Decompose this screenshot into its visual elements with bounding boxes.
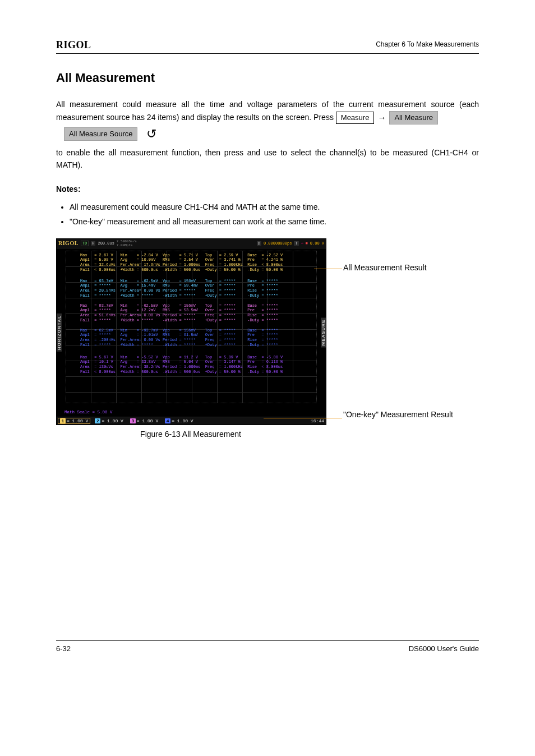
softkey-all-measure-source: All Measure Source: [64, 127, 137, 141]
grid: [66, 251, 317, 403]
srate-top: 2.500GSa/s: [117, 239, 137, 243]
callout-line: [264, 418, 342, 418]
horizontal-scale: 200.0us: [98, 241, 114, 246]
callout-line: [314, 269, 342, 269]
hardkey-measure: Measure: [336, 112, 375, 124]
measure-row: Ampl = 5.08 V Avg = 10.0mV RMS = 2.54 V …: [80, 257, 313, 262]
channel-tab-1[interactable]: 1 = 1.00 V: [58, 418, 90, 423]
measure-row: Ampl = ***** Avg = -1.01mV RMS = 61.5mV …: [80, 333, 313, 338]
h-icon: H: [91, 241, 95, 246]
header-rule: [56, 53, 479, 54]
channel-num: 2: [95, 418, 100, 423]
measure-row: Max = 2.67 V Min = -2.84 V Vpp = 5.71 V …: [80, 253, 313, 258]
channel-scale: = 1.00 V: [102, 418, 123, 423]
measure-row: Area = 32.6uVs Per.Area= 17.9nVs Period …: [80, 262, 313, 268]
notes-list: All measurement could measure CH1-CH4 an…: [56, 201, 479, 228]
scope-clock: 16:44: [311, 418, 324, 423]
notes-heading: Notes:: [56, 185, 479, 193]
section-title: All Measurement: [56, 71, 479, 85]
measure-row: Max = 5.67 V Min = -5.52 V Vpp = 11.2 V …: [80, 355, 313, 360]
srate-bot: 7.00Mpts: [117, 243, 133, 247]
measure-row: Area = 51.6nVs Per.Area= 0.00 Vs Period …: [80, 313, 313, 318]
channel-tab-2[interactable]: 2 = 1.00 V: [93, 418, 124, 423]
sample-rate: 2.500GSa/s 7.00Mpts: [117, 239, 137, 247]
note-item: "One-key" measurement and all measuremen…: [70, 216, 479, 228]
delay-value: 0.00000000ps: [264, 241, 292, 246]
callout-one-key: "One-key" Measurement Result: [343, 410, 453, 419]
scope-screenshot: RIGOL TD H 200.0us 2.500GSa/s 7.00Mpts D…: [56, 238, 326, 425]
trigger-level: 0.00 V: [310, 241, 324, 246]
all-measure-ch3: Max = 93.7mV Min = -62.5mV Vpp = 156mV T…: [80, 303, 313, 323]
scope-logo: RIGOL: [58, 240, 79, 246]
scope-top-bar: RIGOL TD H 200.0us 2.500GSa/s 7.00Mpts D…: [57, 239, 326, 248]
measure-row: Area = 20.5nVs Per.Area= 0.00 Vs Period …: [80, 288, 313, 293]
run-status: TD: [81, 241, 89, 246]
page-number: 6-32: [56, 644, 71, 653]
channel-num: 1: [60, 418, 66, 423]
chapter-label: Chapter 6 To Make Measurements: [376, 40, 479, 48]
measure-row: Area = 130uVs Per.Area= 38.2nVs Period =…: [80, 365, 313, 370]
all-measure-math: Max = 5.67 V Min = -5.52 V Vpp = 11.2 V …: [80, 355, 313, 375]
para-text-post: to enable the all measurement function, …: [56, 148, 247, 157]
channel-tab-3[interactable]: 3 = 1.00 V: [128, 418, 160, 423]
channel-scale: = 1.00 V: [137, 418, 158, 423]
all-measure-ch2: Max = 93.7mV Min = -62.5mV Vpp = 156mV T…: [80, 279, 313, 298]
channel-scale: = 1.00 V: [172, 418, 193, 423]
channel-num: 3: [130, 418, 136, 423]
body-paragraph-2: to enable the all measurement function, …: [56, 147, 479, 171]
softkey-all-measure: All Measure: [389, 111, 438, 125]
measure-row: Fall < 8.000us +Width = 500.0us -Width =…: [80, 268, 313, 273]
measure-row: Ampl = ***** Avg = 15.4mV RMS = 59.4mV O…: [80, 283, 313, 288]
channel-num: 4: [165, 418, 170, 423]
all-measure-ch4: Max = 62.5mV Min = -93.7mV Vpp = 156mV T…: [80, 328, 313, 348]
note-item: All measurement could measure CH1-CH4 an…: [70, 201, 479, 214]
math-scale-footer: Math Scale = 5.00 V: [64, 410, 113, 414]
horizontal-side-label: HORIZONTAL: [57, 314, 62, 352]
measure-row: Ampl = 10.1 V Avg = 33.8mV RMS = 5.04 V …: [80, 359, 313, 365]
measure-row: Fall = ***** +Width = ***** -Width = ***…: [80, 293, 313, 298]
callout-all-measure: All Measurement Result: [343, 263, 427, 272]
channel-tab-4[interactable]: 4 = 1.00 V: [163, 418, 195, 423]
measure-row: Max = 93.7mV Min = -62.5mV Vpp = 156mV T…: [80, 279, 313, 284]
figure-caption: Figure 6-13 All Measurement: [56, 430, 325, 439]
stop-icon: ■: [306, 241, 308, 246]
d-icon: D: [257, 241, 261, 246]
para-text-tail: and use: [247, 148, 280, 157]
scope-waveform-area: HORIZONTAL MEASURE Max = 2.67 V Min = -2…: [57, 248, 326, 417]
measure-row: Area = -200nVs Per.Area= 0.00 Vs Period …: [80, 338, 313, 343]
measure-side-label: MEASURE: [321, 317, 326, 347]
doc-title: DS6000 User's Guide: [409, 644, 479, 653]
knob-icon: ↺: [146, 125, 156, 144]
measure-row: Fall = ***** +Width = ***** -Width = ***…: [80, 343, 313, 348]
measure-row: Ampl = ***** Avg = 12.2mV RMS = 53.5mV O…: [80, 308, 313, 313]
page-footer: 6-32 DS6000 User's Guide: [56, 640, 479, 653]
arrow-icon: →: [377, 111, 386, 124]
figure-wrap: RIGOL TD H 200.0us 2.500GSa/s 7.00Mpts D…: [56, 238, 479, 439]
measure-row: Max = 93.7mV Min = -62.5mV Vpp = 156mV T…: [80, 303, 313, 308]
measure-row: Fall = ***** +Width = ***** -Width = ***…: [80, 318, 313, 323]
channel-scale: = 1.00 V: [67, 418, 88, 423]
measure-row: Fall < 8.000us +Width = 500.0us -Width =…: [80, 370, 313, 375]
t-icon: T: [294, 241, 298, 246]
body-paragraph: All measurement could measure all the ti…: [56, 99, 479, 144]
all-measure-ch1: Max = 2.67 V Min = -2.84 V Vpp = 5.71 V …: [80, 253, 313, 273]
trigger-edge-icon: 𝄐: [301, 241, 303, 246]
measure-row: Max = 62.5mV Min = -93.7mV Vpp = 156mV T…: [80, 328, 313, 333]
